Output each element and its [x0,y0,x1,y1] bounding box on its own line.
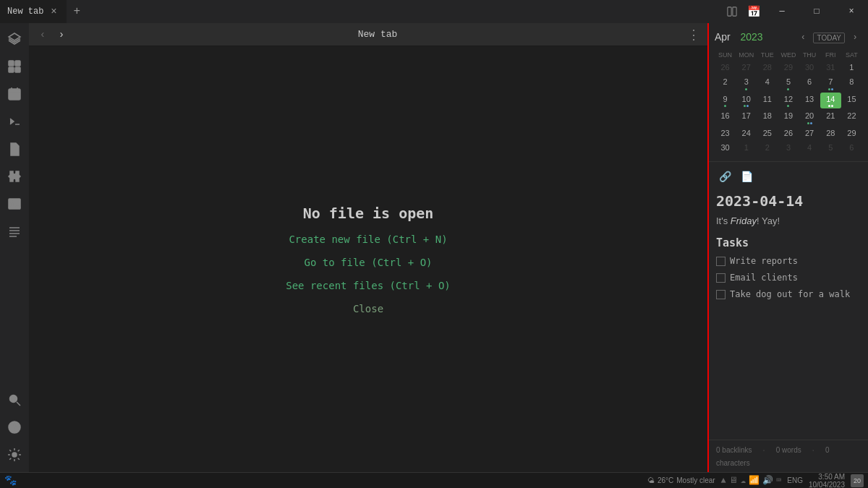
settings-icon[interactable] [1,442,27,468]
cal-day[interactable]: 6 [841,141,862,155]
panel-toggle-icon[interactable] [722,1,742,22]
more-options-button[interactable]: ⋮ [686,27,702,43]
help-icon[interactable] [1,414,27,440]
temperature: 26°C [658,476,673,484]
cal-day[interactable]: 27 [736,61,757,74]
nav-forward-button[interactable]: › [54,27,69,43]
main-area: ‹ › New tab ⋮ No file is open Create new… [0,23,868,472]
new-note-icon[interactable]: 📄 [738,168,755,185]
cal-day[interactable]: 13 [799,93,820,108]
cal-day[interactable]: 2 [715,75,736,91]
cal-day[interactable]: 17 [736,109,757,125]
task-checkbox-3[interactable] [716,290,726,299]
minimize-button[interactable]: ─ [765,0,799,23]
svg-rect-5 [15,67,20,72]
goto-file-link[interactable]: Go to file (Ctrl + O) [304,257,432,268]
cal-day[interactable]: 5 [778,75,799,91]
calendar-week-3: 9 10 11 12 13 14 15 [715,93,862,108]
search-icon[interactable] [1,387,27,413]
cal-day[interactable]: 1 [841,61,862,74]
close-link[interactable]: Close [353,303,383,314]
cal-day[interactable]: 29 [778,61,799,74]
cal-day[interactable]: 10 [736,93,757,108]
task-checkbox-2[interactable] [716,273,726,283]
cal-day[interactable]: 5 [820,141,841,155]
calendar-grid: SUN MON TUE WED THU FRI SAT 26 27 28 29 … [715,51,862,155]
image-icon[interactable] [1,191,27,217]
tasks-title: Tasks [716,236,861,249]
dow-tue: TUE [757,51,778,59]
notification-badge[interactable]: 20 [851,474,864,487]
cal-day[interactable]: 22 [841,109,862,125]
notes-stats: 0 backlinks · 0 words · 0 characters [709,440,868,472]
tab-close-button[interactable]: × [48,6,59,17]
task-checkbox-1[interactable] [716,257,726,266]
status-icons: ▲ 🖥 ☁ 📶 🔊 ⌨ [721,475,782,486]
cal-day[interactable]: 21 [820,109,841,125]
cal-day[interactable]: 18 [757,109,778,125]
task-item-2: Email clients [716,272,861,284]
editor-area: ‹ › New tab ⋮ No file is open Create new… [29,23,709,472]
cal-day[interactable]: 28 [820,127,841,140]
files-icon[interactable] [1,136,27,162]
cal-day[interactable]: 8 [841,75,862,91]
sidebar-bottom [1,387,27,472]
extensions-icon[interactable] [1,163,27,189]
grid-icon[interactable] [1,53,27,80]
editor-title: New tab [72,29,683,40]
cal-day[interactable]: 12 [778,93,799,108]
recent-files-link[interactable]: See recent files (Ctrl + O) [286,280,451,291]
cal-day[interactable]: 31 [820,61,841,74]
cal-day[interactable]: 20 [799,109,820,125]
lines-icon[interactable] [1,218,27,244]
cal-day[interactable]: 25 [757,127,778,140]
calendar-toggle-icon[interactable]: 📅 [744,1,764,22]
cal-day-selected[interactable]: 14 [820,93,841,108]
cal-day[interactable]: 26 [778,127,799,140]
cal-day[interactable]: 29 [841,127,862,140]
cal-day[interactable]: 30 [799,61,820,74]
calendar-sidebar-icon[interactable] [1,81,27,107]
cal-day[interactable]: 30 [715,141,736,155]
svg-line-18 [17,402,20,406]
layers-icon[interactable] [1,26,27,52]
cal-day[interactable]: 2 [757,141,778,155]
cal-day[interactable]: 24 [736,127,757,140]
svg-rect-2 [9,61,14,66]
calendar-next-button[interactable]: › [848,30,862,45]
cal-day[interactable]: 4 [757,75,778,91]
close-button[interactable]: × [835,0,868,23]
create-new-file-link[interactable]: Create new file (Ctrl + N) [289,234,447,245]
new-tab-button[interactable]: + [67,0,87,23]
cal-day[interactable]: 11 [757,93,778,108]
dow-wed: WED [778,51,799,59]
cal-day[interactable]: 3 [736,75,757,91]
task-label-2: Email clients [730,272,798,284]
sidebar-top [1,26,27,387]
cal-day[interactable]: 1 [736,141,757,155]
maximize-button[interactable]: □ [800,0,833,23]
cal-day[interactable]: 6 [799,75,820,91]
cal-day[interactable]: 16 [715,109,736,125]
status-bar: 🐾 🌤 26°C Mostly clear ▲ 🖥 ☁ 📶 🔊 ⌨ ENG 3:… [0,472,868,488]
cal-day[interactable]: 15 [841,93,862,108]
cal-day[interactable]: 4 [799,141,820,155]
calendar-today-button[interactable]: TODAY [813,33,845,43]
cal-day[interactable]: 27 [799,127,820,140]
link-icon[interactable]: 🔗 [716,168,733,185]
window-controls: 📅 ─ □ × [722,0,868,23]
monitor-icon: 🖥 [729,475,738,486]
cal-day[interactable]: 23 [715,127,736,140]
cal-day[interactable]: 28 [757,61,778,74]
active-tab[interactable]: New tab × [0,0,67,23]
cal-day[interactable]: 9 [715,93,736,108]
cal-day[interactable]: 19 [778,109,799,125]
dow-mon: MON [736,51,757,59]
terminal-icon[interactable] [1,108,27,134]
cal-day[interactable]: 7 [820,75,841,91]
cal-day[interactable]: 3 [778,141,799,155]
calendar-prev-button[interactable]: ‹ [796,30,810,45]
calendar-nav: ‹ TODAY › [796,30,862,45]
nav-back-button[interactable]: ‹ [35,27,51,43]
cal-day[interactable]: 26 [715,61,736,74]
